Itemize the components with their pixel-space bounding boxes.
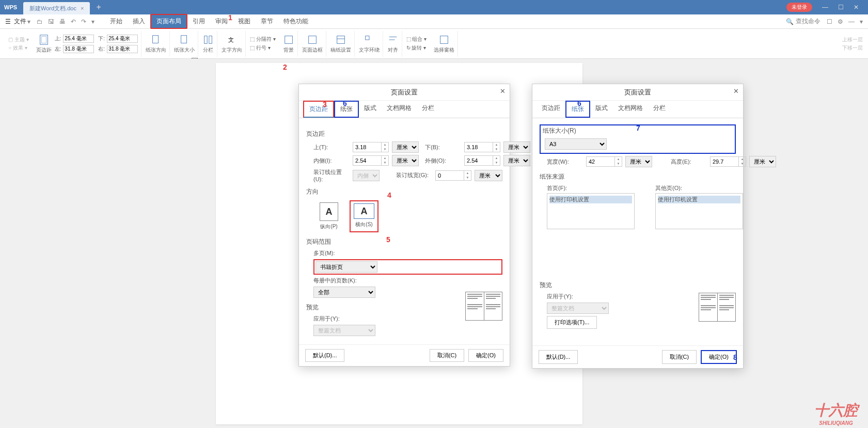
default-button-2[interactable]: 默认(D)... xyxy=(539,350,578,364)
inside-unit[interactable]: 厘米 xyxy=(392,155,419,166)
margin-section-title: 页边距 xyxy=(306,130,502,138)
multi-select[interactable]: 书籍折页 xyxy=(315,261,377,273)
dialog1-tab-columns[interactable]: 分栏 xyxy=(417,101,439,118)
close-window-icon[interactable]: ✕ xyxy=(848,4,864,11)
cancel-button-1[interactable]: 取消(C) xyxy=(430,349,464,362)
minimize-icon[interactable]: — xyxy=(817,4,833,11)
bottom-input[interactable] xyxy=(464,142,493,152)
ribbon-align[interactable]: 对齐 xyxy=(384,31,402,57)
width-input[interactable] xyxy=(586,156,615,167)
orientation-landscape[interactable]: A 横向(S) xyxy=(350,200,378,232)
margin-right-input[interactable] xyxy=(107,45,138,53)
top-unit[interactable]: 厘米 xyxy=(392,141,419,153)
line-number-btn[interactable]: ⬚ 行号 ▾ xyxy=(250,44,276,52)
tab-insert[interactable]: 插入 xyxy=(128,15,150,28)
combine-btn[interactable]: ⬚ 组合 ▾ xyxy=(406,36,427,43)
file-menu[interactable]: ☰ 文件 ▾ xyxy=(5,17,30,26)
ribbon-columns[interactable]: 分栏 xyxy=(199,31,217,57)
ribbon-wrap[interactable]: 文字环绕 xyxy=(356,31,383,57)
margin-bottom-input[interactable] xyxy=(107,35,138,43)
gutter-width-input[interactable] xyxy=(435,170,464,181)
orientation-portrait[interactable]: A 纵向(P) xyxy=(317,200,341,232)
command-search[interactable]: 🔍 查找命令 xyxy=(786,17,820,26)
undo-icon[interactable]: ↶ xyxy=(71,18,76,25)
height-input[interactable] xyxy=(710,156,739,167)
tab-sections[interactable]: 章节 xyxy=(256,15,278,28)
more-icon[interactable]: ▾ xyxy=(860,18,863,25)
apply-select-2[interactable]: 整篇文档 xyxy=(547,303,609,314)
inside-input[interactable] xyxy=(353,155,382,166)
document-tab-label: 新建Word文档.doc xyxy=(29,5,76,12)
height-unit[interactable]: 厘米 xyxy=(749,156,776,167)
dialog1-tab-margin[interactable]: 页边距 xyxy=(303,101,334,118)
tab-close-icon[interactable]: × xyxy=(81,5,84,11)
print-options-button[interactable]: 打印选项(T)... xyxy=(547,316,597,329)
maximize-icon[interactable]: ☐ xyxy=(833,4,848,11)
print-icon[interactable]: 🖶 xyxy=(59,18,66,25)
outside-unit[interactable]: 厘米 xyxy=(503,155,530,166)
apply-label-2: 应用于(Y): xyxy=(547,293,583,300)
ok-button-1[interactable]: 确定(O) xyxy=(468,349,503,362)
bring-forward-btn[interactable]: 上移一层 xyxy=(842,36,863,43)
apply-select-1[interactable]: 整篇文档 xyxy=(313,325,375,336)
dialog2-tab-margin[interactable]: 页边距 xyxy=(536,101,565,118)
width-unit[interactable]: 厘米 xyxy=(625,156,652,167)
orientation-icon xyxy=(150,34,162,45)
settings-icon[interactable]: ⚙ xyxy=(838,18,843,25)
paper-size-select[interactable]: A3 xyxy=(545,138,607,150)
ribbon-text-direction[interactable]: 文文字方向 xyxy=(218,31,246,57)
gutter-pos-select[interactable]: 内侧 xyxy=(353,170,380,181)
open-icon[interactable]: 🗀 xyxy=(37,18,43,25)
sheets-select[interactable]: 全部 xyxy=(313,287,375,298)
svg-text:文: 文 xyxy=(228,36,234,42)
tab-features[interactable]: 特色功能 xyxy=(278,15,313,28)
dialog2-close-icon[interactable]: ✕ xyxy=(733,87,739,95)
dialog2-tab-layout[interactable]: 版式 xyxy=(590,101,613,118)
page-margin-label[interactable]: 页边距 xyxy=(36,46,52,54)
default-button-1[interactable]: 默认(D)... xyxy=(305,349,344,362)
other-page-listbox[interactable]: 使用打印机设置 xyxy=(655,193,743,229)
send-backward-btn[interactable]: 下移一层 xyxy=(842,44,863,52)
ribbon-paper-settings[interactable]: 稿纸设置 xyxy=(327,31,355,57)
dialog2-tab-grid[interactable]: 文档网格 xyxy=(613,101,648,118)
ribbon-orientation[interactable]: 纸张方向 xyxy=(143,31,170,57)
source-title: 纸张来源 xyxy=(540,172,736,181)
quick-access-toolbar: 🗀 🖫 🖶 ↶ ↷ ▾ xyxy=(37,18,94,25)
new-tab-button[interactable]: + xyxy=(96,3,101,12)
theme-btn[interactable]: ▢ 主题 ▾ xyxy=(8,36,29,43)
bottom-unit[interactable]: 厘米 xyxy=(503,141,530,153)
tab-view[interactable]: 视图 xyxy=(233,15,256,28)
rotate-btn[interactable]: ↻ 旋转 ▾ xyxy=(406,44,427,52)
workspace-icon[interactable]: ☐ xyxy=(827,18,832,25)
margin-left-input[interactable] xyxy=(63,45,94,53)
login-badge[interactable]: 未登录 xyxy=(786,3,812,12)
effects-btn[interactable]: ○ 效果 ▾ xyxy=(8,44,29,52)
first-page-listbox[interactable]: 使用打印机设置 xyxy=(547,193,635,229)
file-menu-label: 文件 xyxy=(14,17,26,26)
ribbon-paper-size[interactable]: 纸张大小 xyxy=(171,31,198,57)
cancel-button-2[interactable]: 取消(C) xyxy=(662,350,697,364)
gutter-unit[interactable]: 厘米 xyxy=(475,170,502,181)
tab-references[interactable]: 引用 xyxy=(187,15,210,28)
ribbon-page-border[interactable]: 页面边框 xyxy=(299,31,326,57)
redo-icon[interactable]: ↷ xyxy=(81,18,86,25)
dialog1-tab-grid[interactable]: 文档网格 xyxy=(382,101,417,118)
qat-more-icon[interactable]: ▾ xyxy=(91,18,94,25)
ribbon-background[interactable]: 背景 xyxy=(280,31,298,57)
breaks-btn[interactable]: ⬚ 分隔符 ▾ xyxy=(250,36,276,43)
ribbon-breaks-group: ⬚ 分隔符 ▾ ⬚ 行号 ▾ xyxy=(247,31,279,57)
dialog2-tab-columns[interactable]: 分栏 xyxy=(648,101,671,118)
save-icon[interactable]: 🖫 xyxy=(48,18,54,25)
top-input[interactable] xyxy=(353,142,382,152)
tab-page-layout[interactable]: 页面布局 xyxy=(150,14,187,29)
outside-input[interactable] xyxy=(464,155,493,166)
tab-start[interactable]: 开始 xyxy=(105,15,128,28)
dialog1-tab-layout[interactable]: 版式 xyxy=(359,101,382,118)
dialog1-header: 页面设置 ✕ xyxy=(299,84,510,101)
margin-top-input[interactable] xyxy=(63,35,94,43)
ok-button-2[interactable]: 确定(O) xyxy=(701,350,737,364)
ribbon-select-pane[interactable]: 选择窗格 xyxy=(431,31,458,57)
document-tab[interactable]: 新建Word文档.doc × xyxy=(23,2,90,14)
dialog1-close-icon[interactable]: ✕ xyxy=(500,87,506,95)
min-ribbon-icon[interactable]: — xyxy=(848,18,855,25)
